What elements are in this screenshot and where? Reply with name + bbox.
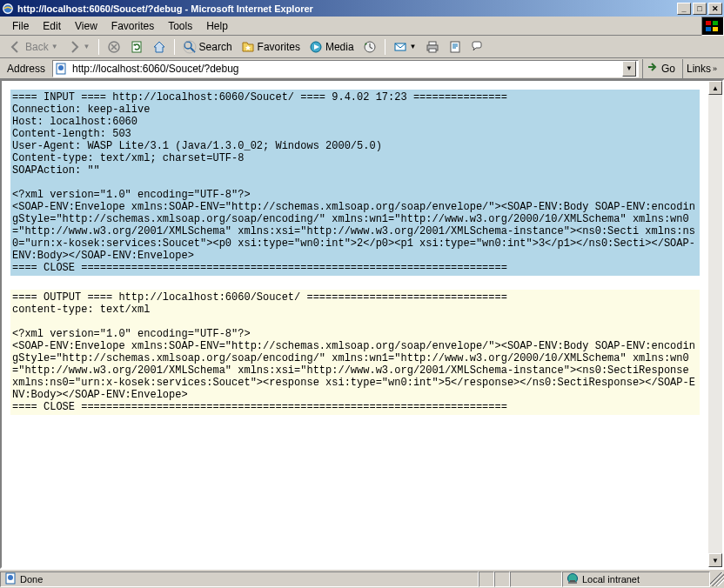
zone-icon — [566, 572, 579, 586]
scroll-down-button[interactable]: ▼ — [708, 553, 722, 567]
vertical-scrollbar[interactable]: ▲ ▼ — [708, 81, 722, 567]
ie-icon — [2, 3, 14, 15]
home-button[interactable] — [149, 38, 170, 56]
zone-label: Local intranet — [582, 574, 640, 585]
svg-rect-17 — [429, 42, 436, 45]
search-button[interactable]: Search — [179, 38, 236, 56]
print-icon — [426, 40, 439, 54]
menu-file[interactable]: File — [5, 18, 36, 34]
stop-icon — [107, 40, 121, 54]
go-button[interactable]: Go — [642, 59, 679, 78]
status-bar: Done Local intranet — [0, 569, 724, 588]
svg-point-25 — [58, 65, 64, 70]
svg-rect-4 — [713, 27, 718, 31]
done-icon — [4, 572, 17, 586]
status-text: Done — [20, 574, 43, 585]
print-button[interactable] — [422, 38, 443, 56]
input-block: ==== INPUT ==== http://localhost:6060/So… — [10, 90, 700, 276]
stop-button[interactable] — [104, 38, 124, 56]
page-icon — [55, 63, 67, 75]
edit-button[interactable] — [445, 38, 466, 56]
favorites-button[interactable]: Favorites — [238, 38, 304, 56]
discuss-button[interactable] — [467, 38, 488, 56]
media-label: Media — [325, 41, 354, 53]
status-cell-3 — [510, 571, 562, 587]
favorites-label: Favorites — [258, 41, 300, 53]
menu-bar: File Edit View Favorites Tools Help — [0, 17, 724, 36]
scroll-up-button[interactable]: ▲ — [708, 81, 722, 95]
discuss-icon — [471, 40, 485, 54]
links-button[interactable]: Links » — [682, 59, 721, 78]
forward-icon — [67, 40, 81, 54]
menu-help[interactable]: Help — [199, 18, 235, 34]
svg-line-10 — [191, 48, 195, 52]
svg-rect-3 — [706, 27, 711, 31]
forward-button[interactable]: ▼ — [64, 38, 94, 56]
toolbar-separator — [385, 39, 385, 55]
resize-grip[interactable] — [710, 572, 724, 586]
favorites-icon — [241, 40, 255, 54]
output-block: ==== OUTPUT ==== http://localhost:6060/S… — [10, 290, 700, 415]
page-content: ==== INPUT ==== http://localhost:6060/So… — [2, 81, 708, 567]
menu-edit[interactable]: Edit — [36, 18, 68, 34]
media-icon — [309, 40, 323, 54]
toolbar-separator — [98, 39, 99, 55]
title-bar: http://localhost:6060/Soucet/?debug - Mi… — [0, 0, 724, 17]
go-icon — [647, 61, 659, 76]
address-bar: Address ▼ Go Links » — [0, 58, 724, 79]
toolbar-separator — [174, 39, 175, 55]
media-button[interactable]: Media — [305, 38, 358, 56]
svg-point-27 — [8, 575, 13, 580]
edit-icon — [448, 40, 462, 54]
search-icon — [183, 40, 197, 54]
back-label: Back — [25, 41, 49, 53]
refresh-button[interactable] — [126, 38, 147, 56]
scroll-track[interactable] — [708, 95, 722, 553]
history-icon — [363, 40, 377, 54]
history-button[interactable] — [359, 38, 380, 56]
maximize-button[interactable]: □ — [693, 3, 707, 15]
svg-rect-30 — [568, 582, 577, 584]
menu-view[interactable]: View — [68, 18, 104, 34]
back-button[interactable]: Back ▼ — [5, 38, 62, 56]
links-label: Links — [687, 63, 711, 75]
svg-rect-2 — [713, 21, 718, 25]
home-icon — [152, 40, 166, 54]
svg-rect-19 — [429, 49, 436, 52]
address-box[interactable]: ▼ — [52, 60, 639, 77]
content-area: ==== INPUT ==== http://localhost:6060/So… — [0, 79, 724, 569]
toolbar: Back ▼ ▼ Search Favorites — [0, 36, 724, 58]
svg-rect-1 — [706, 21, 711, 25]
address-dropdown-button[interactable]: ▼ — [622, 61, 636, 77]
throbber-icon — [701, 17, 724, 36]
forward-dropdown-icon: ▼ — [84, 43, 90, 50]
status-main: Done — [0, 571, 479, 587]
window-title: http://localhost:6060/Soucet/?debug - Mi… — [17, 3, 675, 14]
minimize-button[interactable]: _ — [677, 3, 691, 15]
links-chevron-icon: » — [713, 64, 717, 73]
menu-tools[interactable]: Tools — [161, 18, 199, 34]
menu-favorites[interactable]: Favorites — [104, 18, 161, 34]
close-button[interactable]: ✕ — [708, 3, 722, 15]
search-label: Search — [199, 41, 232, 53]
mail-button[interactable]: ▼ — [390, 38, 420, 56]
back-dropdown-icon: ▼ — [51, 43, 58, 50]
go-label: Go — [661, 63, 675, 75]
back-icon — [9, 40, 23, 54]
status-cell-2 — [494, 571, 510, 587]
address-input[interactable] — [70, 62, 622, 76]
svg-rect-20 — [451, 42, 459, 52]
mail-dropdown-icon: ▼ — [410, 43, 417, 50]
address-label: Address — [3, 63, 49, 75]
status-zone: Local intranet — [562, 571, 710, 587]
mail-icon — [393, 40, 407, 54]
refresh-icon — [130, 40, 144, 54]
status-cell-1 — [479, 571, 494, 587]
